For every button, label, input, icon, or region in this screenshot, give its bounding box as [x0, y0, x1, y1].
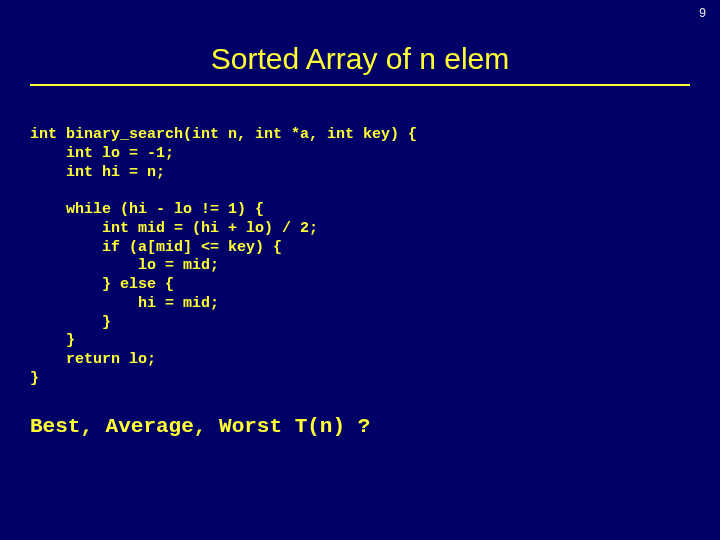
slide-title: Sorted Array of n elem	[0, 42, 720, 76]
code-block: int binary_search(int n, int *a, int key…	[30, 126, 720, 389]
footer-question: Best, Average, Worst T(n) ?	[30, 415, 720, 438]
title-underline	[30, 84, 690, 86]
page-number: 9	[699, 6, 706, 20]
